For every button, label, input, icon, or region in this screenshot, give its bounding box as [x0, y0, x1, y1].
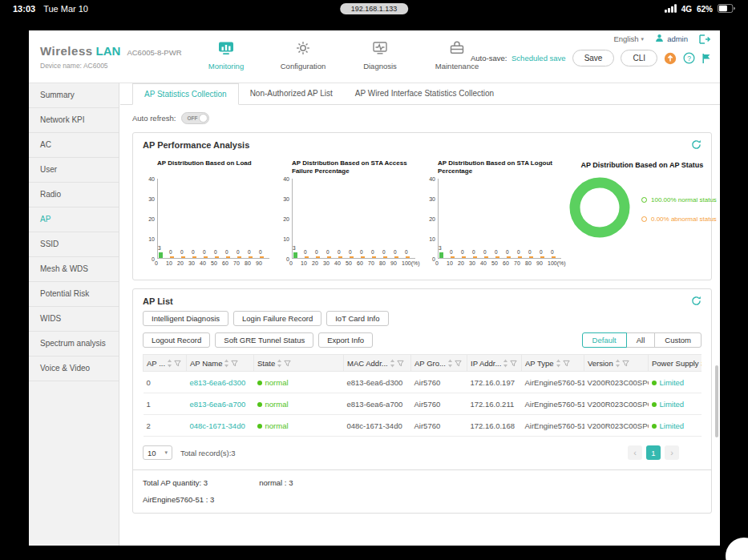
refresh-icon[interactable]: [691, 139, 702, 150]
tab-ap-wired-interface-statistics-collection[interactable]: AP Wired Interface Statistics Collection: [344, 83, 505, 104]
filter-icon[interactable]: [174, 360, 181, 367]
soft-gre-tunnel-status-button[interactable]: Soft GRE Tunnel Status: [215, 332, 313, 348]
x-tick-label: 70: [368, 260, 374, 266]
ap-name-link[interactable]: e813-6ea6-d300: [190, 378, 246, 387]
sidebar-item-radio[interactable]: Radio: [29, 183, 119, 207]
filter-icon[interactable]: [455, 360, 462, 367]
main-content: AP Statistics CollectionNon-Authorized A…: [120, 83, 720, 546]
export-info-button[interactable]: Export Info: [318, 332, 373, 348]
intelligent-diagnosis-button[interactable]: Intelligent Diagnosis: [143, 311, 228, 326]
sort-icon[interactable]: [224, 359, 229, 368]
refresh-icon[interactable]: [691, 296, 702, 306]
language-select[interactable]: English ▾: [613, 34, 644, 43]
column-header-ap-gro[interactable]: AP Gro...: [411, 355, 467, 372]
bar: [406, 256, 410, 258]
signal-icon: [665, 4, 677, 14]
column-header-ip-addr[interactable]: IP Addr...: [467, 355, 522, 372]
column-header-power-supply-status[interactable]: Power Supply Status: [649, 355, 702, 372]
y-tick-label: 20: [142, 216, 155, 222]
username: admin: [667, 34, 688, 43]
column-header-ap-name[interactable]: AP Name: [187, 355, 254, 372]
autosave-mode-link[interactable]: Scheduled save: [511, 54, 566, 62]
x-tick-label: 100(%): [548, 260, 566, 266]
column-header-ap-type[interactable]: AP Type: [522, 355, 584, 372]
column-header-mac-addr[interactable]: MAC Addr...: [344, 355, 411, 372]
view-all-button[interactable]: All: [626, 332, 656, 348]
bar: [552, 256, 556, 258]
tab-non-authorized-ap-list[interactable]: Non-Authorized AP List: [239, 83, 344, 104]
sort-icon[interactable]: [277, 359, 282, 368]
sidebar-item-network-kpi[interactable]: Network KPI: [29, 108, 119, 133]
total-ap-quantity: Total AP quantity: 3: [143, 478, 208, 487]
x-tick-label: 30: [469, 260, 475, 266]
page-size-select[interactable]: 10 ▾: [143, 445, 172, 460]
state-text: normal: [265, 400, 289, 409]
sidebar-item-wids[interactable]: WIDS: [29, 307, 119, 332]
auto-refresh-toggle[interactable]: OFF: [181, 112, 209, 124]
filter-icon[interactable]: [231, 360, 238, 367]
address-pill[interactable]: 192.168.1.133: [340, 3, 409, 14]
x-tick-label: 80: [525, 260, 532, 266]
view-default-button[interactable]: Default: [582, 332, 627, 348]
sidebar-item-potential-risk[interactable]: Potential Risk: [29, 282, 119, 307]
sidebar-item-mesh-wds[interactable]: Mesh & WDS: [29, 257, 119, 282]
status-bar: 13:03 Tue Mar 10 192.168.1.133 4G 62%: [0, 0, 748, 18]
x-tick-label: 90: [256, 260, 262, 266]
filter-icon[interactable]: [510, 360, 517, 367]
bar: [372, 256, 376, 258]
column-label: AP ...: [147, 359, 165, 368]
assistant-icon[interactable]: [664, 52, 677, 65]
sidebar-item-ap[interactable]: AP: [29, 207, 119, 232]
sidebar-item-summary[interactable]: Summary: [29, 83, 119, 108]
ap-name-link[interactable]: 048c-1671-34d0: [190, 421, 245, 430]
chart-title: AP Distribution Based on STA AccessFailu…: [292, 159, 415, 179]
page-1-button[interactable]: 1: [646, 445, 661, 460]
sidebar-item-ssid[interactable]: SSID: [29, 232, 119, 257]
sort-icon[interactable]: [615, 359, 621, 368]
sort-icon[interactable]: [167, 359, 172, 368]
login-failure-record-button[interactable]: Login Failure Record: [233, 311, 321, 326]
x-tick-label: 90: [390, 260, 397, 266]
device-name-label: Device name:: [40, 62, 82, 70]
sort-icon[interactable]: [503, 359, 508, 368]
column-header-version[interactable]: Version: [584, 355, 649, 372]
sort-icon[interactable]: [447, 359, 453, 368]
ap-type-cell: AirEngine5760-51...: [522, 393, 584, 415]
bar-value-label: 0: [394, 249, 403, 255]
filter-icon[interactable]: [622, 360, 629, 367]
save-button[interactable]: Save: [572, 50, 615, 66]
sidebar-item-voice-video[interactable]: Voice & Video: [29, 357, 119, 381]
iot-card-info-button[interactable]: IoT Card Info: [326, 311, 388, 326]
scrollbar-thumb[interactable]: [715, 365, 718, 437]
logout-record-button[interactable]: Logout Record: [143, 332, 210, 348]
auto-refresh-label: Auto refresh:: [132, 114, 176, 123]
y-tick-label: 40: [423, 176, 435, 182]
filter-icon[interactable]: [563, 360, 570, 367]
tab-ap-statistics-collection[interactable]: AP Statistics Collection: [132, 83, 239, 105]
ap-group-cell: Air5760: [411, 393, 467, 415]
column-header-state[interactable]: State: [254, 355, 344, 372]
bar-value-label: 0: [180, 249, 190, 255]
nav-item-monitoring[interactable]: Monitoring: [201, 40, 251, 71]
help-icon[interactable]: ?: [683, 52, 695, 64]
next-page-button[interactable]: ›: [665, 445, 679, 460]
feedback-flag-icon[interactable]: [702, 53, 712, 64]
sidebar-item-user[interactable]: User: [29, 158, 119, 183]
column-header-ap[interactable]: AP ...: [144, 355, 187, 372]
view-custom-button[interactable]: Custom: [654, 332, 702, 348]
bar: [518, 256, 522, 258]
sort-icon[interactable]: [390, 359, 395, 368]
sidebar-item-ac[interactable]: AC: [29, 133, 119, 158]
nav-item-configuration[interactable]: Configuration: [278, 40, 328, 71]
nav-item-diagnosis[interactable]: Diagnosis: [355, 40, 405, 71]
prev-page-button[interactable]: ‹: [628, 445, 642, 460]
sidebar-item-spectrum-analysis[interactable]: Spectrum analysis: [29, 332, 119, 357]
filter-icon[interactable]: [397, 360, 404, 367]
logout-icon[interactable]: [699, 34, 710, 44]
cli-button[interactable]: CLI: [621, 50, 657, 66]
user-menu[interactable]: admin: [655, 34, 688, 44]
filter-icon[interactable]: [284, 360, 291, 367]
ap-name-link[interactable]: e813-6ea6-a700: [190, 400, 246, 409]
ip-cell: 172.16.0.197: [467, 372, 522, 393]
sort-icon[interactable]: [556, 359, 561, 368]
